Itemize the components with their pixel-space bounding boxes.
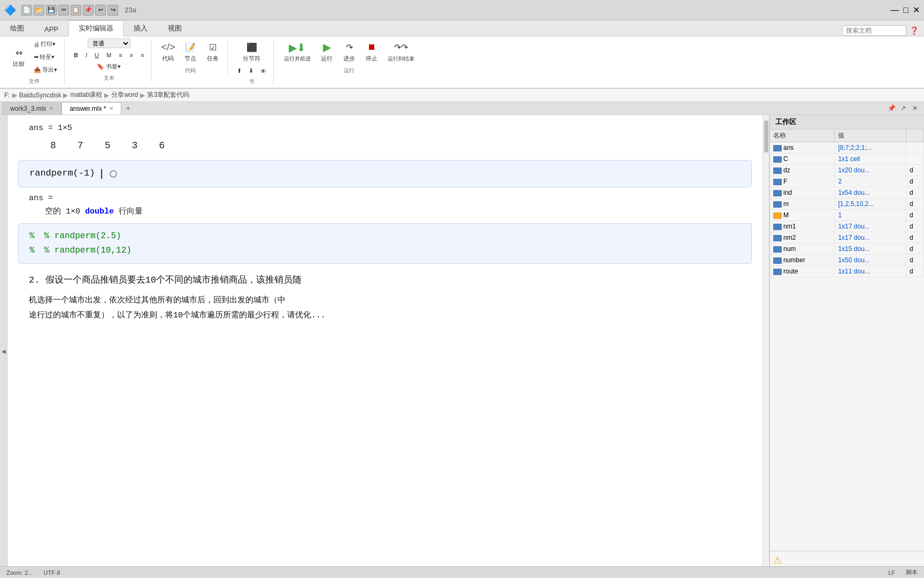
workspace-table-row[interactable]: m [1,2,5,10,2... d xyxy=(770,199,924,210)
stop-icon: ⏹ xyxy=(365,41,378,54)
file-buttons: ⇔ 比较 🖨 打印▾ ➡ 转至▾ 📤 导出▾ xyxy=(9,39,60,75)
workspace-table: 名称 值 ans [8;7;2;2;1;... C 1x1 cell dz 1x… xyxy=(770,130,924,277)
print-btn[interactable]: 🖨 打印▾ xyxy=(31,39,60,50)
new-file-icon[interactable]: 📄 xyxy=(21,5,32,16)
align-right-btn[interactable]: ≡ xyxy=(138,50,147,60)
tab-app[interactable]: APP xyxy=(34,22,68,36)
bookmark-btn[interactable]: 🔖 书签▾ xyxy=(94,61,124,72)
breadcrumb-matlab[interactable]: matlab课程 xyxy=(70,90,102,100)
step-btn[interactable]: ↷ 进步 xyxy=(339,39,359,65)
file-tab-answer[interactable]: answer.mlx * ✕ xyxy=(61,102,121,115)
file-tab-answer-label: answer.mlx * xyxy=(70,105,106,112)
result-suffix-text: 行向量 xyxy=(119,207,143,216)
workspace-table-row[interactable]: dz 1x20 dou... d xyxy=(770,165,924,176)
align-center-btn[interactable]: ≡ xyxy=(127,50,136,60)
num-4: 3 xyxy=(132,138,137,154)
copy-icon[interactable]: 📋 xyxy=(71,5,81,16)
workspace-table-row[interactable]: nm1 1x17 dou... d xyxy=(770,221,924,232)
cut-icon[interactable]: ✂ xyxy=(58,5,69,16)
run-btn[interactable]: ▶ 运行 xyxy=(317,39,337,65)
tab-view[interactable]: 视图 xyxy=(158,20,192,36)
compare-btn[interactable]: ⇔ 比较 xyxy=(9,44,29,70)
num-1: 8 xyxy=(50,138,56,154)
close-panel-icon[interactable]: ✕ xyxy=(910,103,920,113)
workspace-row-value: [1,2,5,10,2... xyxy=(835,199,906,210)
run-prev-btn[interactable]: ⬆ xyxy=(234,66,244,76)
run-group-label: 运行 xyxy=(344,65,355,74)
col-name: 名称 xyxy=(770,130,835,142)
maximize-btn[interactable]: □ xyxy=(903,5,908,15)
bold-btn[interactable]: B xyxy=(71,50,81,60)
close-answer-btn[interactable]: ✕ xyxy=(109,105,113,111)
undock-icon[interactable]: ↗ xyxy=(898,103,908,113)
workspace-table-row[interactable]: num 1x15 dou... d xyxy=(770,244,924,255)
toggle-output-btn[interactable]: 👁 xyxy=(258,66,269,76)
code-buttons: </> 代码 📝 节点 ☑ 任务 xyxy=(158,39,223,65)
matlab-logo: 🔷 xyxy=(4,4,16,16)
stop-btn[interactable]: ⏹ 停止 xyxy=(361,39,382,65)
workspace-table-row[interactable]: route 1x11 dou... d xyxy=(770,266,924,277)
underline-btn[interactable]: U xyxy=(92,50,102,60)
close-work3-btn[interactable]: ✕ xyxy=(49,105,53,111)
tab-insert[interactable]: 插入 xyxy=(124,20,158,36)
node-btn[interactable]: 📝 节点 xyxy=(180,39,201,65)
align-left-btn[interactable]: ≡ xyxy=(116,50,125,60)
editor-scrollbar[interactable] xyxy=(763,115,769,578)
left-toggle[interactable]: ◀ xyxy=(0,115,7,578)
breadcrumb-baidu[interactable]: BaiduSyncdisk xyxy=(19,92,61,99)
code-cell-randperm[interactable]: randperm(-1) xyxy=(18,160,752,187)
editor-area: ans = 1×5 8 7 5 3 6 randperm(-1) xyxy=(7,115,769,578)
task-btn[interactable]: ☑ 任务 xyxy=(203,39,223,65)
run-and-advance-btn[interactable]: ▶⬇ 运行并前进 xyxy=(280,39,314,65)
text-style-dropdown[interactable]: 普通 标题1 标题2 xyxy=(88,39,130,48)
workspace-table-row[interactable]: ans [8;7;2;2;1;... xyxy=(770,142,924,154)
run-to-end-icon: ↷↷ xyxy=(395,41,407,54)
comment-text-2: % randperm(10,12) xyxy=(44,244,132,258)
goto-btn[interactable]: ➡ 转至▾ xyxy=(31,51,60,63)
workspace-row-name: ans xyxy=(770,142,835,154)
workspace-row-name: dz xyxy=(770,165,835,176)
minimize-btn[interactable]: — xyxy=(890,5,899,15)
workspace-scroll[interactable]: 名称 值 ans [8;7;2;2;1;... C 1x1 cell dz 1x… xyxy=(770,130,924,551)
tab-live-editor[interactable]: 实时编辑器 xyxy=(68,20,124,36)
section-break-btn[interactable]: ⬛ 分节符 xyxy=(239,39,264,65)
code-icon: </> xyxy=(161,41,174,54)
editor-scroll[interactable]: ans = 1×5 8 7 5 3 6 randperm(-1) xyxy=(7,115,763,578)
workspace-table-row[interactable]: number 1x50 dou... d xyxy=(770,255,924,266)
problem-title: 2. 假设一个商品推销员要去10个不同的城市推销商品，该推销员随 xyxy=(29,272,741,289)
pin-icon[interactable]: 📌 xyxy=(887,103,896,113)
search-docs-input[interactable] xyxy=(842,25,906,36)
workspace-row-value: 1x20 dou... xyxy=(835,165,906,176)
workspace-table-row[interactable]: M 1 d xyxy=(770,210,924,221)
result-detail-line: 空的 1×0 double 行向量 xyxy=(45,205,741,219)
code-btn[interactable]: </> 代码 xyxy=(158,39,178,65)
close-btn[interactable]: ✕ xyxy=(913,5,920,15)
workspace-table-row[interactable]: nm2 1x17 dou... d xyxy=(770,232,924,244)
line-ending-status: LF xyxy=(888,569,895,576)
new-tab-btn[interactable]: + xyxy=(121,102,134,115)
file-tab-work3[interactable]: work3_3.mlx ✕ xyxy=(2,102,61,115)
breadcrumb-word[interactable]: 分章word xyxy=(111,90,138,100)
redo-icon[interactable]: ↪ xyxy=(107,5,118,16)
output-numbers: 8 7 5 3 6 xyxy=(50,138,752,154)
export-btn[interactable]: 📤 导出▾ xyxy=(31,64,60,75)
run-to-end-btn[interactable]: ↷↷ 运行到结束 xyxy=(384,39,418,65)
workspace-row-extra: d xyxy=(906,255,924,266)
workspace-table-row[interactable]: ind 1x54 dou... d xyxy=(770,187,924,199)
tab-plot[interactable]: 绘图 xyxy=(0,20,34,36)
open-icon[interactable]: 📂 xyxy=(34,5,44,16)
save-icon[interactable]: 💾 xyxy=(46,5,57,16)
undo-icon[interactable]: ↩ xyxy=(95,5,106,16)
workspace-table-row[interactable]: C 1x1 cell xyxy=(770,154,924,165)
breadcrumb-drive[interactable]: F: xyxy=(4,92,10,99)
help-icon[interactable]: ❓ xyxy=(910,26,919,35)
breadcrumb-chapter3[interactable]: 第3章配套代码 xyxy=(147,90,189,100)
math-btn[interactable]: M xyxy=(104,50,114,60)
title-bar-icons: 🔷 📄 📂 💾 ✂ 📋 📌 ↩ ↪ 23a xyxy=(4,4,136,16)
run-next-btn[interactable]: ⬇ xyxy=(246,66,256,76)
cursor-bar xyxy=(101,169,102,179)
workspace-table-row[interactable]: F 2 d xyxy=(770,176,924,187)
workspace-row-name: C xyxy=(770,154,835,165)
italic-btn[interactable]: I xyxy=(83,50,90,60)
paste-icon[interactable]: 📌 xyxy=(83,5,94,16)
